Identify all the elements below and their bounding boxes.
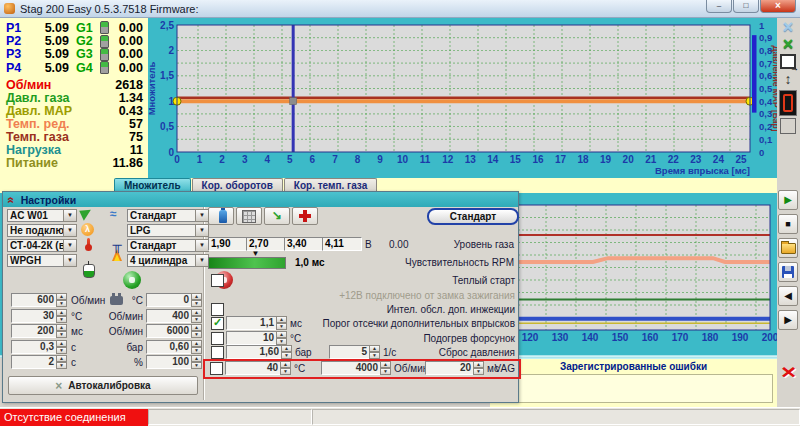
open-folder-button[interactable] — [778, 238, 798, 258]
option-value[interactable]: 5 — [329, 345, 370, 359]
setting-value[interactable]: 0 — [146, 293, 192, 307]
slider-marker[interactable]: ▼ — [252, 249, 260, 258]
option-checkbox[interactable] — [211, 346, 224, 359]
spin-buttons[interactable]: ▲▼ — [280, 361, 291, 375]
svg-text:8: 8 — [355, 154, 361, 165]
copy-frame-icon[interactable] — [780, 54, 796, 69]
gas-level-threshold[interactable]: 4,11 — [322, 237, 362, 251]
dropdown-engine-type[interactable]: Стандарт▼ — [127, 209, 209, 222]
option-label: +12В подключено от замка зажигания — [339, 290, 515, 301]
option-value[interactable]: 1,60 — [226, 345, 282, 359]
autocalibration-button[interactable]: ×Автокалибровка — [8, 376, 198, 395]
svg-text:0,1: 0,1 — [759, 134, 773, 145]
spin-buttons[interactable]: ▲▼ — [380, 361, 391, 375]
option-value[interactable]: 10 — [226, 331, 277, 345]
spin-buttons[interactable]: ▲▼ — [56, 293, 67, 307]
standard-button[interactable]: Стандарт — [427, 208, 519, 225]
settings-header[interactable]: « Настройки — [3, 192, 518, 207]
first-aid-button[interactable] — [292, 207, 318, 225]
spin-buttons[interactable]: ▲▼ — [191, 309, 202, 323]
svg-text:0,5: 0,5 — [759, 83, 773, 94]
clear-errors-icon[interactable]: × — [774, 362, 800, 382]
option-value[interactable]: 40 — [225, 361, 281, 375]
setting-value[interactable]: 100 — [146, 355, 192, 369]
save-button[interactable] — [778, 262, 798, 282]
spin-buttons[interactable]: ▲▼ — [56, 309, 67, 323]
spin-buttons[interactable]: ▲▼ — [191, 355, 202, 369]
blue-cross-icon[interactable]: × — [778, 20, 798, 35]
option-unit: мс — [290, 318, 302, 329]
stop-button[interactable]: ■ — [778, 214, 798, 234]
play-button[interactable]: ▶ — [778, 190, 798, 210]
setting-value[interactable]: 0,3 — [11, 340, 57, 354]
spin-buttons[interactable]: ▲▼ — [56, 340, 67, 354]
svg-text:0,6: 0,6 — [759, 70, 772, 81]
rpm-sensitivity-slider[interactable]: ▼ — [208, 257, 286, 269]
seven-segment-display-icon[interactable] — [779, 90, 797, 116]
spin-buttons[interactable]: ▲▼ — [191, 340, 202, 354]
chevron-down-icon[interactable]: ▼ — [63, 224, 77, 237]
autoscale-icon[interactable]: ↕ — [778, 72, 798, 87]
minimize-button[interactable]: – — [706, 0, 732, 13]
chevron-down-icon[interactable]: ▼ — [195, 239, 209, 252]
dropdown-lambda-sensor[interactable]: Не подключ▼ — [7, 224, 77, 237]
setting-value[interactable]: 200 — [11, 324, 57, 338]
chevron-down-icon[interactable]: ▼ — [195, 224, 209, 237]
svg-text:1,5: 1,5 — [160, 70, 174, 81]
next-button[interactable]: ▶ — [778, 310, 798, 330]
gas-bottle-button[interactable] — [208, 207, 234, 225]
option-checkbox[interactable] — [211, 332, 224, 345]
collapse-icon[interactable]: « — [6, 196, 16, 203]
calibration-icon: × — [55, 379, 62, 393]
multiplier-chart[interactable]: 0123456789101112131415161718192021222324… — [148, 18, 777, 178]
option-value[interactable]: 4000 — [321, 361, 381, 375]
green-cross-icon[interactable]: × — [778, 37, 798, 52]
spin-buttons[interactable]: ▲▼ — [276, 331, 287, 345]
setting-value[interactable]: 2 — [11, 355, 57, 369]
spin-buttons[interactable]: ▲▼ — [56, 355, 67, 369]
spin-buttons[interactable]: ▲▼ — [191, 324, 202, 338]
prev-button[interactable]: ◀ — [778, 286, 798, 306]
dropdown-fuel-type[interactable]: LPG▼ — [127, 224, 209, 237]
spin-buttons[interactable]: ▲▼ — [191, 293, 202, 307]
spin-buttons[interactable]: ▲▼ — [281, 345, 292, 359]
dropdown-cylinders-count[interactable]: 4 цилиндра▼ — [127, 254, 209, 267]
spin-buttons[interactable]: ▲▼ — [369, 345, 380, 359]
records-table-button[interactable] — [236, 207, 262, 225]
chevron-down-icon[interactable]: ▼ — [63, 239, 77, 252]
setting-unit: Об/мин — [98, 311, 143, 322]
gas-bottle-icon — [219, 210, 227, 223]
spin-buttons[interactable]: ▲▼ — [56, 324, 67, 338]
option-row: 1,1▲▼мсПорог отсечки дополнительных впры… — [206, 316, 519, 330]
dropdown-injector-type[interactable]: Стандарт▼ — [127, 239, 209, 252]
option-label: Сброс давления — [439, 347, 515, 358]
dropdown-switch-type[interactable]: AC W01▼ — [7, 209, 77, 222]
spin-buttons[interactable]: ▲▼ — [473, 361, 484, 375]
gas-level-threshold[interactable]: 1,90 — [208, 237, 248, 251]
option-checkbox[interactable] — [211, 317, 224, 330]
chevron-down-icon[interactable]: ▼ — [63, 209, 77, 222]
setting-value[interactable]: 600 — [11, 293, 57, 307]
dropdown-reducer-temp-sensor[interactable]: СТ-04-2К (в▼ — [7, 239, 77, 252]
setting-value[interactable]: 400 — [146, 309, 192, 323]
chevron-down-icon[interactable]: ▼ — [195, 209, 209, 222]
chevron-down-icon[interactable]: ▼ — [195, 254, 209, 267]
option-checkbox[interactable] — [211, 274, 224, 287]
gas-level-threshold[interactable]: 3,40 — [284, 237, 324, 251]
svg-text:13: 13 — [465, 154, 477, 165]
maximize-button[interactable]: □ — [733, 0, 759, 13]
blank-box-icon[interactable] — [780, 118, 796, 134]
chevron-down-icon[interactable]: ▼ — [63, 254, 77, 267]
dropdown-gas-level-sensor[interactable]: WPGH▼ — [7, 254, 77, 267]
close-button[interactable]: × — [760, 0, 796, 13]
gas-injector-label: G2 — [76, 34, 100, 48]
setting-value[interactable]: 6000 — [146, 324, 192, 338]
option-checkbox[interactable] — [210, 362, 223, 375]
option-value[interactable]: 20 — [425, 361, 474, 375]
jump-arrow-button[interactable] — [264, 207, 290, 225]
option-checkbox[interactable] — [211, 303, 224, 316]
spin-buttons[interactable]: ▲▼ — [276, 316, 287, 330]
setting-value[interactable]: 0,60 — [146, 340, 192, 354]
option-value[interactable]: 1,1 — [226, 316, 277, 330]
setting-value[interactable]: 30 — [11, 309, 57, 323]
